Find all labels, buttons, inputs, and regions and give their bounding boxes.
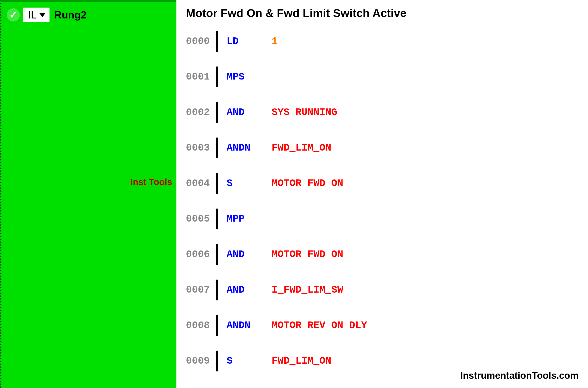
line-address: 0003	[186, 142, 216, 154]
operand: MOTOR_FWD_ON	[272, 249, 343, 260]
line-address: 0002	[186, 107, 216, 118]
watermark-text: Inst Tools	[130, 177, 172, 187]
instruction-line[interactable]: 0004SMOTOR_FWD_ON	[186, 172, 588, 195]
instruction-line[interactable]: 0009SFWD_LIM_ON	[186, 349, 588, 373]
chevron-down-icon	[39, 13, 46, 17]
instruction-list: 0000LD10001MPS0002ANDSYS_RUNNING0003ANDN…	[186, 30, 588, 373]
line-address: 0008	[186, 320, 216, 331]
opcode: ANDN	[227, 320, 262, 331]
separator-bar	[216, 244, 218, 265]
instruction-line[interactable]: 0008ANDNMOTOR_REV_ON_DLY	[186, 314, 588, 337]
separator-bar	[216, 102, 218, 123]
instruction-line[interactable]: 0003ANDNFWD_LIM_ON	[186, 136, 588, 160]
language-dropdown[interactable]: IL	[23, 8, 49, 22]
opcode: AND	[227, 107, 262, 118]
check-glyph: ✓	[9, 9, 17, 20]
separator-bar	[216, 315, 218, 336]
opcode: AND	[227, 249, 262, 260]
instruction-line[interactable]: 0002ANDSYS_RUNNING	[186, 101, 588, 124]
instruction-line[interactable]: 0005MPP	[186, 207, 588, 231]
opcode: ANDN	[227, 142, 262, 154]
line-address: 0005	[186, 213, 216, 225]
operand: FWD_LIM_ON	[272, 142, 331, 154]
rung-comment: Motor Fwd On & Fwd Limit Switch Active	[186, 7, 588, 20]
language-selected-value: IL	[28, 9, 37, 21]
line-address: 0009	[186, 355, 216, 367]
separator-bar	[216, 280, 218, 300]
operand: I_FWD_LIM_SW	[272, 284, 343, 296]
opcode: S	[227, 355, 262, 367]
separator-bar	[216, 31, 218, 52]
separator-bar	[216, 209, 218, 229]
operand: SYS_RUNNING	[272, 107, 337, 118]
attribution-text: InstrumentationTools.com	[460, 370, 579, 381]
instruction-line[interactable]: 0006ANDMOTOR_FWD_ON	[186, 243, 588, 266]
operand: 1	[272, 36, 277, 47]
instruction-line[interactable]: 0001MPS	[186, 65, 588, 89]
operand: MOTOR_REV_ON_DLY	[272, 320, 367, 331]
opcode: S	[227, 178, 262, 189]
opcode: LD	[227, 36, 262, 47]
separator-bar	[216, 67, 218, 87]
line-address: 0004	[186, 178, 216, 189]
line-address: 0006	[186, 249, 216, 260]
separator-bar	[216, 351, 218, 371]
line-address: 0000	[186, 36, 216, 47]
opcode: MPP	[227, 213, 262, 225]
separator-bar	[216, 138, 218, 158]
opcode: AND	[227, 284, 262, 296]
operand: FWD_LIM_ON	[272, 355, 331, 367]
code-panel: Motor Fwd On & Fwd Limit Switch Active 0…	[176, 0, 588, 388]
operand: MOTOR_FWD_ON	[272, 178, 343, 189]
rung-sidebar: ✓ IL Rung2 Inst Tools	[0, 0, 176, 388]
opcode: MPS	[227, 71, 262, 83]
rung-name-label: Rung2	[54, 9, 87, 21]
instruction-line[interactable]: 0000LD1	[186, 30, 588, 53]
verified-icon: ✓	[7, 8, 20, 22]
rung-header: ✓ IL Rung2	[1, 2, 176, 22]
separator-bar	[216, 173, 218, 194]
editor-root: ✓ IL Rung2 Inst Tools Motor Fwd On & Fwd…	[0, 0, 588, 388]
instruction-line[interactable]: 0007ANDI_FWD_LIM_SW	[186, 278, 588, 302]
line-address: 0007	[186, 284, 216, 296]
line-address: 0001	[186, 71, 216, 83]
